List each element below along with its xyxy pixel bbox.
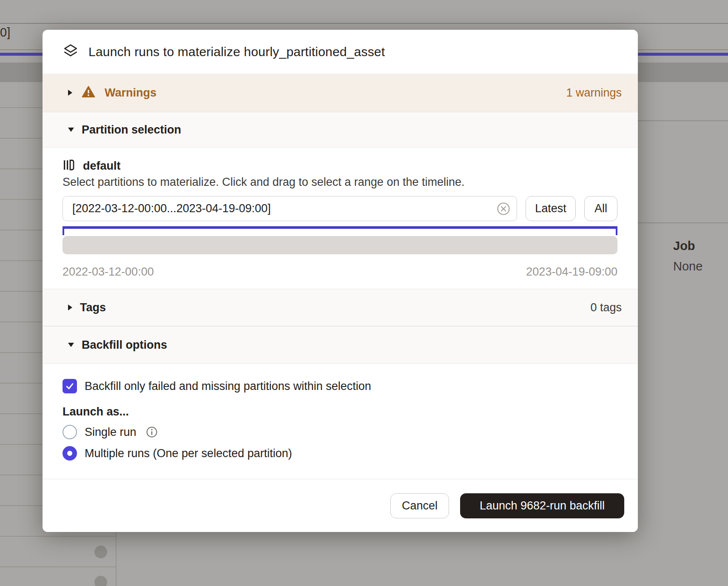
- range-input-wrap: [63, 196, 517, 221]
- partition-range-input[interactable]: [63, 196, 517, 221]
- dialog-footer: Cancel Launch 9682-run backfill: [43, 479, 638, 532]
- checkbox-label: Backfill only failed and missing partiti…: [85, 380, 371, 393]
- bg-partial-input-text: 0]: [0, 26, 10, 40]
- bg-job-column-value: None: [673, 259, 702, 273]
- selection-start-tick: [63, 226, 64, 235]
- timeline-start-label: 2022-03-12-00:00: [63, 265, 154, 279]
- backfill-options-content: Backfill only failed and missing partiti…: [43, 364, 638, 479]
- partition-help-text: Select partitions to materialize. Click …: [63, 176, 617, 189]
- bg-table-line: [638, 222, 728, 223]
- partition-set-icon: [63, 159, 75, 173]
- radio-button[interactable]: [63, 446, 77, 461]
- backfill-options-toggle[interactable]: Backfill options: [43, 326, 638, 364]
- single-run-option[interactable]: Single run: [63, 425, 638, 439]
- warnings-label: Warnings: [105, 86, 156, 100]
- launch-backfill-button[interactable]: Launch 9682-run backfill: [460, 493, 624, 518]
- all-button[interactable]: All: [584, 196, 617, 221]
- radio-button[interactable]: [63, 425, 77, 439]
- latest-button[interactable]: Latest: [526, 196, 576, 221]
- selection-end-tick: [616, 226, 617, 235]
- timeline-date-labels: 2022-03-12-00:00 2023-04-19-09:00: [63, 265, 617, 279]
- chevron-right-icon: [68, 304, 72, 310]
- bg-table-line: [0, 23, 728, 24]
- chevron-right-icon: [68, 90, 72, 96]
- partition-timeline[interactable]: [63, 236, 617, 254]
- tags-header: Tags: [80, 301, 106, 314]
- checkbox[interactable]: [63, 379, 77, 393]
- launch-backfill-dialog: Launch runs to materialize hourly_partit…: [43, 30, 638, 532]
- partition-selection-header: Partition selection: [82, 123, 181, 137]
- tags-count: 0 tags: [590, 301, 622, 314]
- multiple-runs-option[interactable]: Multiple runs (One per selected partitio…: [63, 446, 638, 461]
- bg-column-divider: [116, 532, 117, 586]
- bg-row-dot: [94, 546, 107, 558]
- tags-section-toggle[interactable]: Tags 0 tags: [43, 289, 638, 326]
- bg-table-line: [43, 536, 116, 537]
- radio-label: Single run: [85, 426, 136, 439]
- partition-selection-content: default Select partitions to materialize…: [43, 148, 638, 289]
- dialog-header: Launch runs to materialize hourly_partit…: [43, 30, 638, 74]
- dimension-name: default: [83, 159, 121, 173]
- chevron-down-icon: [68, 128, 74, 132]
- radio-label: Multiple runs (One per selected partitio…: [85, 447, 292, 460]
- missing-failed-checkbox-row[interactable]: Backfill only failed and missing partiti…: [63, 379, 638, 393]
- bg-table-rows: [0, 82, 43, 586]
- timeline-end-label: 2023-04-19-09:00: [526, 265, 617, 279]
- warning-triangle-icon: [82, 85, 95, 100]
- clear-selection-icon[interactable]: [497, 202, 510, 216]
- chevron-down-icon: [68, 343, 74, 347]
- bg-table-line: [638, 120, 728, 121]
- asset-layers-icon: [63, 43, 78, 60]
- bg-row-dot: [94, 576, 107, 586]
- partition-selection-toggle[interactable]: Partition selection: [43, 112, 638, 148]
- bg-job-column-header: Job: [673, 239, 695, 253]
- partition-input-row: Latest All: [63, 196, 617, 221]
- backfill-options-header: Backfill options: [82, 339, 167, 352]
- warnings-section-toggle[interactable]: Warnings 1 warnings: [43, 74, 638, 112]
- cancel-button[interactable]: Cancel: [390, 493, 449, 518]
- launch-as-label: Launch as...: [63, 405, 638, 419]
- bg-table-line: [43, 566, 116, 567]
- dialog-title: Launch runs to materialize hourly_partit…: [88, 45, 385, 59]
- warnings-count: 1 warnings: [566, 86, 622, 100]
- selection-range-indicator: [63, 226, 617, 229]
- dimension-row: default: [63, 159, 617, 173]
- info-icon[interactable]: [146, 426, 158, 438]
